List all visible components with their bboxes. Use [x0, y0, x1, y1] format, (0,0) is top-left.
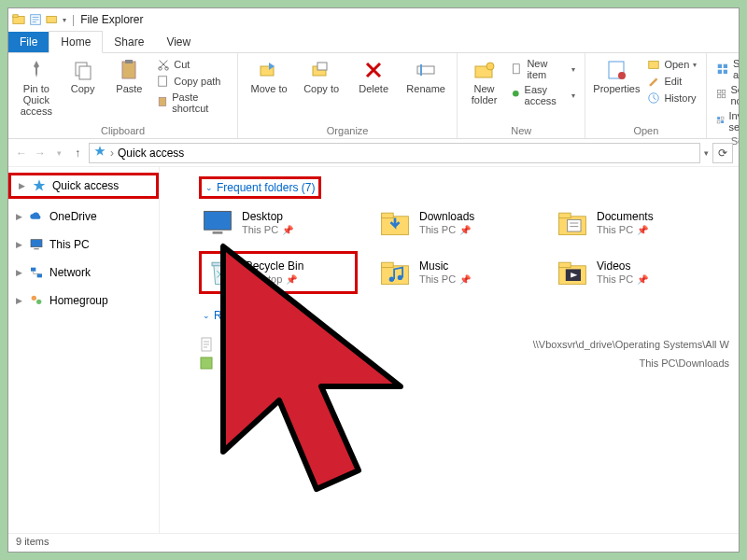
open-icon — [647, 58, 660, 71]
paste-shortcut-button[interactable]: Paste shortcut — [155, 91, 230, 115]
svg-rect-50 — [212, 262, 229, 266]
new-folder-button[interactable]: New folder — [465, 57, 503, 107]
folder-desktop[interactable]: DesktopThis PC📌 — [199, 204, 358, 242]
copy-icon — [72, 59, 94, 81]
svg-rect-1 — [13, 15, 18, 18]
star-icon — [32, 178, 47, 193]
nav-back-button[interactable]: ← — [14, 147, 29, 160]
svg-rect-28 — [724, 70, 727, 74]
new-item-icon — [511, 63, 523, 76]
select-none-button[interactable]: Select none — [714, 83, 740, 107]
svg-rect-3 — [47, 17, 57, 23]
select-none-icon — [716, 89, 726, 102]
item-count: 9 items — [16, 536, 49, 547]
svg-point-41 — [32, 296, 36, 301]
pin-icon: 📌 — [637, 274, 648, 285]
tab-view[interactable]: View — [155, 32, 202, 52]
svg-rect-33 — [717, 117, 720, 119]
delete-button[interactable]: Delete — [350, 57, 397, 96]
edit-button[interactable]: Edit — [645, 74, 698, 89]
ribbon-group-organize: Move to Copy to Delete Rename Organize — [238, 53, 458, 138]
copy-path-button[interactable]: Copy path — [155, 74, 230, 89]
properties-qat-icon[interactable] — [29, 13, 42, 26]
desktop-icon — [201, 206, 234, 240]
body: ▶ Quick access ▶ OneDrive ▶ This PC ▶ Ne… — [8, 167, 739, 533]
open-button[interactable]: Open▾ — [645, 57, 698, 72]
sidebar-item-homegroup[interactable]: ▶ Homegroup — [8, 290, 159, 311]
frequent-folders-header[interactable]: ⌄ Frequent folders (7) — [199, 176, 321, 199]
pin-icon: 📌 — [459, 274, 471, 285]
ribbon-group-open: Properties Open▾ Edit History Open — [585, 53, 707, 138]
ribbon-group-new: New folder New item▾ Easy access▾ New — [458, 53, 585, 138]
paste-button[interactable]: Paste — [109, 57, 150, 96]
new-item-button[interactable]: New item▾ — [509, 57, 577, 81]
properties-button[interactable]: Properties — [593, 57, 640, 96]
history-icon — [647, 91, 660, 105]
folder-videos[interactable]: VideosThis PC📌 — [554, 251, 712, 294]
sidebar-item-network[interactable]: ▶ Network — [8, 262, 159, 283]
pin-icon: 📌 — [286, 274, 297, 285]
sidebar-item-this-pc[interactable]: ▶ This PC — [8, 234, 159, 255]
cut-button[interactable]: Cut — [155, 57, 230, 72]
recent-files-header[interactable]: ⌄ Recent files (2) — [199, 307, 293, 324]
file-explorer-window: ▾ | File Explorer File Home Share View P… — [7, 7, 740, 553]
title-bar: ▾ | File Explorer — [8, 8, 739, 31]
svg-rect-48 — [559, 213, 571, 217]
videos-icon — [556, 256, 589, 289]
cloud-icon — [29, 209, 44, 224]
svg-rect-27 — [718, 70, 722, 74]
folder-recycle-bin[interactable]: Recycle BinDesktop📌 — [199, 251, 358, 294]
svg-rect-7 — [125, 60, 133, 63]
recent-files-list: _README \\Vboxsvr\d_drive\Operating Syst… — [199, 335, 729, 372]
tab-home[interactable]: Home — [49, 31, 103, 53]
title-separator: | — [72, 13, 75, 26]
pin-icon: 📌 — [637, 225, 648, 235]
folder-music[interactable]: MusicThis PC📌 — [376, 251, 535, 294]
copy-button[interactable]: Copy — [63, 57, 104, 96]
svg-rect-30 — [723, 90, 726, 92]
svg-rect-37 — [31, 240, 42, 247]
pin-to-quick-access-button[interactable]: Pin to Quick access — [16, 57, 57, 119]
tab-file[interactable]: File — [8, 32, 49, 52]
rename-button[interactable]: Rename — [402, 57, 449, 96]
svg-rect-11 — [160, 97, 166, 105]
folder-documents[interactable]: DocumentsThis PC📌 — [554, 204, 712, 242]
svg-point-18 — [486, 63, 494, 70]
svg-rect-56 — [559, 262, 571, 267]
recent-file-wikihow[interactable]: Wikihow Standard Gr This PC\Downloads — [199, 354, 729, 372]
sidebar-item-quick-access[interactable]: ▶ Quick access — [8, 173, 159, 199]
invert-selection-button[interactable]: Invert selection — [714, 109, 740, 133]
nav-forward-button[interactable]: → — [33, 147, 48, 160]
new-folder-qat-icon[interactable] — [46, 13, 59, 26]
pin-icon — [25, 59, 48, 81]
folder-grid: DesktopThis PC📌 DownloadsThis PC📌 Docume… — [199, 204, 729, 294]
ribbon-group-select: Select all Select none Invert selection … — [707, 53, 740, 138]
address-box[interactable]: › Quick access — [89, 143, 700, 163]
sidebar-item-onedrive[interactable]: ▶ OneDrive — [8, 206, 159, 227]
copy-to-button[interactable]: Copy to — [298, 57, 345, 96]
svg-rect-35 — [721, 117, 724, 119]
chevron-right-icon: ▶ — [16, 240, 23, 249]
content-pane: ⌄ Frequent folders (7) DesktopThis PC📌 D… — [160, 167, 739, 533]
svg-rect-26 — [724, 64, 727, 68]
homegroup-icon — [29, 293, 44, 308]
svg-rect-34 — [721, 120, 724, 123]
nav-up-button[interactable]: ↑ — [70, 147, 85, 160]
delete-icon — [362, 59, 385, 81]
folder-downloads[interactable]: DownloadsThis PC📌 — [376, 204, 535, 242]
qat-dropdown-icon[interactable]: ▾ — [63, 16, 66, 24]
chevron-right-icon: ▶ — [16, 268, 23, 277]
copy-path-icon — [157, 75, 170, 88]
history-button[interactable]: History — [645, 91, 698, 105]
select-all-button[interactable]: Select all — [714, 57, 740, 81]
easy-access-button[interactable]: Easy access▾ — [509, 83, 577, 107]
chevron-right-icon: ▶ — [16, 296, 23, 305]
svg-rect-25 — [718, 64, 722, 68]
recent-file-readme[interactable]: _README \\Vboxsvr\d_drive\Operating Syst… — [199, 335, 729, 354]
refresh-button[interactable]: ⟳ — [712, 143, 733, 163]
move-to-button[interactable]: Move to — [246, 57, 292, 96]
pc-icon — [29, 237, 44, 252]
nav-recent-dropdown[interactable]: ▾ — [51, 148, 66, 158]
tab-share[interactable]: Share — [103, 32, 155, 52]
copy-to-icon — [310, 59, 332, 81]
